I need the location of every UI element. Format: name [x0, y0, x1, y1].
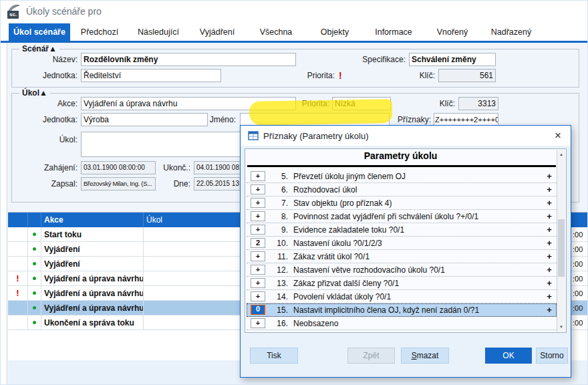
param-value-box[interactable]: +: [251, 278, 265, 288]
param-row[interactable]: + 9. Evidence zakladatele toku ?0/1 +: [247, 223, 557, 237]
tab-nasledujici[interactable]: Následující: [129, 23, 188, 41]
time-cell[interactable]: :00: [571, 257, 588, 271]
time-cell[interactable]: :00: [571, 286, 588, 300]
param-value-box[interactable]: +: [251, 171, 265, 181]
param-row[interactable]: + 11. Zákaz vrátit úkol ?0/1 +: [247, 250, 557, 263]
zpet-button[interactable]: Zpět: [347, 348, 395, 364]
ok-button[interactable]: OK: [485, 348, 532, 364]
param-row[interactable]: + 7. Stav objektu (pro příznak 4) +: [247, 197, 557, 210]
akce-cell[interactable]: Ukončení a správa toku: [41, 315, 144, 330]
scenar-priority-indicator: !: [339, 69, 342, 82]
param-value-edit[interactable]: 0: [251, 305, 265, 315]
zahajeni-field: 03.01.1900 08:00:00: [81, 161, 156, 174]
param-row[interactable]: + 6. Rozhodovací úkol +: [247, 183, 557, 197]
param-number: 7.: [268, 199, 288, 208]
window-title: Úkoly scénáře pro: [26, 6, 102, 17]
tab-bar: Úkol scénáře Předchozí Následující Vyjád…: [1, 23, 588, 41]
specifikace-field[interactable]: Schválení změny: [409, 53, 496, 66]
ukol-jednotka-label: Jednotka:: [14, 113, 78, 126]
param-number: 8.: [268, 212, 288, 221]
param-row[interactable]: + 14. Povolení vkládat úkoly ?0/1 +: [247, 290, 557, 303]
param-value-box[interactable]: +: [251, 318, 265, 328]
akce-cell[interactable]: Vyjádření a úprava návrhu: [41, 286, 144, 300]
alert-cell: !: [8, 286, 28, 300]
time-cell[interactable]: :00: [571, 271, 588, 285]
nazev-field[interactable]: Rozdělovník změny: [81, 53, 296, 66]
param-number: 15.: [268, 305, 288, 315]
akce-cell[interactable]: Vyjádření: [41, 242, 144, 256]
param-row[interactable]: + 16. Neobsazeno: [247, 317, 557, 330]
tisk-button[interactable]: Tisk: [250, 348, 298, 364]
green-dot-icon: [33, 262, 36, 265]
alert-cell: [8, 227, 28, 241]
window-titlebar: sc. Úkoly scénáře pro: [1, 1, 588, 22]
param-value-box[interactable]: +: [251, 265, 265, 275]
alert-cell: [8, 257, 28, 271]
time-cell[interactable]: :00: [571, 242, 588, 256]
dne-label: Dne:: [158, 177, 190, 190]
param-label: Povolení vkládat úkoly ?0/1: [293, 292, 542, 301]
status-cell: [28, 301, 41, 315]
storno-button[interactable]: Storno: [536, 348, 568, 364]
param-row[interactable]: 2 10. Nastavení úkolu ?0/1/2/3 +: [247, 237, 557, 250]
param-label: Zákaz přizvat další členy ?0/1: [293, 279, 542, 288]
tab-ukol-scenare[interactable]: Úkol scénáře: [9, 23, 70, 41]
status-cell: [28, 242, 41, 256]
alert-cell: [8, 301, 28, 315]
parameters-header: Parametry úkolu: [245, 150, 556, 161]
ukol-klic-label: Klíč:: [416, 97, 455, 110]
tab-vnoreny[interactable]: Vnořený: [423, 23, 482, 41]
param-number: 5.: [268, 172, 288, 181]
yellow-highlighter-annotation: [249, 99, 393, 126]
alert-icon: !: [16, 288, 19, 298]
param-value-box[interactable]: +: [251, 184, 265, 195]
alert-cell: [8, 242, 28, 256]
parameter-list: + 5. Převzetí úkolu jiným členem OJ + + …: [247, 170, 557, 330]
tab-vyjadreni[interactable]: Vyjádření: [188, 23, 247, 41]
akce-cell[interactable]: Start toku: [41, 227, 144, 241]
green-dot-icon: [33, 233, 36, 236]
akce-cell[interactable]: Vyjádření a úprava návrhu: [41, 271, 144, 285]
scenar-jednotka-field[interactable]: Ředitelství: [81, 69, 221, 82]
time-cell[interactable]: :00: [571, 315, 588, 330]
param-label: Nastavení větve rozhodovacího úkolu ?0/1: [293, 265, 542, 275]
param-value-box[interactable]: +: [251, 291, 265, 301]
tab-objekty[interactable]: Objekty: [305, 23, 364, 41]
param-flag: +: [542, 171, 557, 181]
param-row-selected[interactable]: 0 15. Nastavit implicitního člena OJ, kd…: [247, 303, 557, 317]
priznaky-field[interactable]: Z++++++++2++++0-: [434, 113, 498, 126]
scrollbar-thumb[interactable]: [558, 219, 565, 277]
param-row[interactable]: + 13. Zákaz přizvat další členy ?0/1 +: [247, 277, 557, 290]
tab-vsechna[interactable]: Všechna: [247, 23, 305, 41]
zapsal-label: Zapsal:: [14, 177, 78, 190]
param-row[interactable]: + 12. Nastavení větve rozhodovacího úkol…: [247, 263, 557, 277]
param-number: 12.: [268, 265, 288, 275]
param-value-box[interactable]: +: [251, 211, 265, 221]
akce-cell[interactable]: Vyjádření: [41, 257, 144, 271]
time-cell[interactable]: :00: [571, 301, 588, 315]
ukol-jednotka-field[interactable]: Výroba: [81, 113, 208, 126]
time-cell[interactable]: :00: [571, 227, 588, 241]
tab-predchozi[interactable]: Předchozí: [70, 23, 129, 41]
smazat-button[interactable]: Smazat: [401, 348, 449, 364]
param-label: Převzetí úkolu jiným členem OJ: [293, 172, 542, 181]
scroll-down-icon[interactable]: ▼: [557, 322, 565, 332]
green-dot-icon: [33, 321, 36, 324]
group-scenar-legend: Scénář▲: [19, 45, 59, 53]
param-value-box[interactable]: +: [251, 225, 265, 235]
param-value-box[interactable]: +: [251, 251, 265, 261]
tab-nadrazeny[interactable]: Nadřazený: [482, 23, 541, 41]
tab-informace[interactable]: Informace: [364, 23, 423, 41]
ukonc-label: Ukonč.:: [158, 161, 190, 174]
green-dot-icon: [33, 277, 36, 280]
table-header-time: [571, 213, 588, 227]
close-icon[interactable]: ×: [549, 127, 567, 144]
scroll-up-icon[interactable]: ▲: [557, 150, 565, 159]
table-header-akce[interactable]: Akce: [41, 213, 144, 227]
akce-cell[interactable]: Vyjádření a úprava návrhu: [41, 301, 144, 315]
param-row[interactable]: + 5. Převzetí úkolu jiným členem OJ +: [247, 170, 557, 183]
param-value-box[interactable]: 2: [251, 238, 265, 248]
param-value-box[interactable]: +: [251, 198, 265, 208]
param-row[interactable]: + 8. Povinnost zadat vyjádření při schvá…: [247, 210, 557, 223]
dialog-scrollbar[interactable]: ▲ ▼: [557, 150, 565, 332]
